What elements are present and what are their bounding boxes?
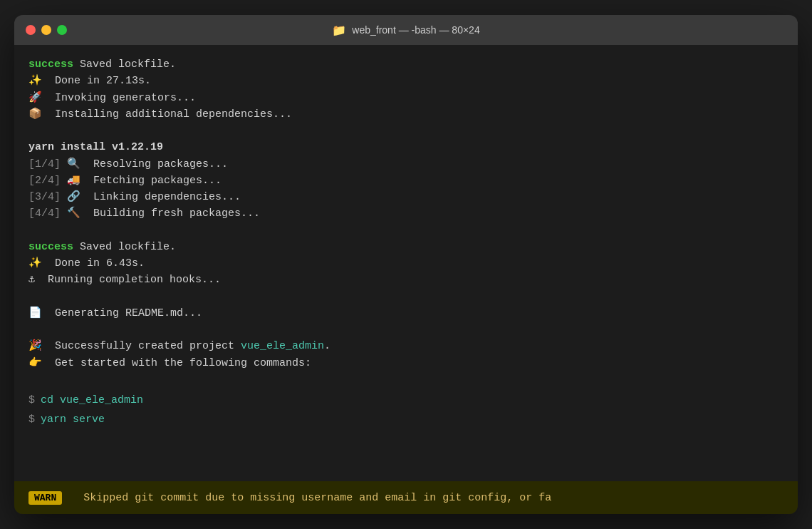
party-icon: 🎉 (28, 338, 42, 354)
sparkle-icon-2: ✨ (28, 255, 42, 272)
warn-bar: WARN Skipped git commit due to missing u… (14, 481, 798, 514)
warn-text: Skipped git commit due to missing userna… (71, 492, 551, 504)
commands-section: $ cd vue_ele_admin $ yarn serve (28, 391, 784, 430)
line-text: Done in 6.43s. (42, 255, 145, 272)
step-num-1: [1/4] (28, 156, 61, 173)
step-text-2: Fetching packages... (80, 173, 222, 189)
cmd-text-2: yarn serve (41, 411, 105, 428)
step-text-1: Resolving packages... (80, 156, 228, 173)
line-text: Installing additional dependencies... (42, 106, 292, 123)
title-label: web_front — -bash — 80×24 (352, 24, 479, 36)
blank-line-4 (28, 322, 784, 338)
warn-badge: WARN (28, 491, 62, 505)
line-done2: ✨ Done in 6.43s. (28, 255, 784, 272)
line-install1: 📦 Installing additional dependencies... (28, 106, 784, 123)
success-label-2: success (28, 239, 73, 255)
maximize-button[interactable] (57, 25, 67, 35)
page-icon: 📄 (28, 305, 42, 322)
title-bar: 📁 web_front — -bash — 80×24 (14, 15, 798, 45)
blank-line-5 (28, 371, 784, 388)
minimize-button[interactable] (41, 25, 51, 35)
anchor-icon: ⚓ (28, 272, 35, 288)
line-invoke: 🚀 Invoking generators... (28, 90, 784, 106)
folder-icon: 📁 (332, 24, 346, 37)
line-done1: ✨ Done in 27.13s. (28, 73, 784, 89)
traffic-lights (26, 25, 67, 35)
step-text-4: Building fresh packages... (80, 205, 260, 222)
line-getstarted: 👉 Get started with the following command… (28, 355, 784, 371)
dollar-sign-1: $ (28, 392, 35, 409)
line-text: Saved lockfile. (73, 56, 176, 73)
step-icon-3: 🔗 (61, 189, 80, 205)
cmd-line-1: $ cd vue_ele_admin (28, 391, 784, 410)
project-name: vue_ele_admin (241, 338, 324, 354)
yarn-command: yarn install v1.22.19 (28, 139, 163, 155)
step-num-2: [2/4] (28, 173, 61, 189)
step-text-3: Linking dependencies... (80, 189, 241, 205)
dollar-sign-2: $ (28, 411, 35, 428)
line-step3: [3/4] 🔗 Linking dependencies... (28, 189, 784, 205)
terminal-body[interactable]: success Saved lockfile. ✨ Done in 27.13s… (14, 45, 798, 481)
line-text: Invoking generators... (42, 90, 196, 106)
rocket-icon: 🚀 (28, 90, 42, 106)
step-num-3: [3/4] (28, 189, 61, 205)
blank-line-1 (28, 123, 784, 139)
blank-line-3 (28, 289, 784, 305)
blank-line-2 (28, 222, 784, 239)
line-step4: [4/4] 🔨 Building fresh packages... (28, 205, 784, 222)
line-generating: 📄 Generating README.md... (28, 305, 784, 322)
step-icon-4: 🔨 (61, 205, 80, 222)
step-num-4: [4/4] (28, 205, 61, 222)
step-icon-2: 🚚 (61, 173, 80, 189)
line-text-2: Saved lockfile. (73, 239, 176, 255)
line-step1: [1/4] 🔍 Resolving packages... (28, 156, 784, 173)
line-text: Get started with the following commands: (42, 355, 311, 371)
close-button[interactable] (26, 25, 36, 35)
line-running: ⚓ Running completion hooks... (28, 272, 784, 288)
step-icon-1: 🔍 (61, 156, 80, 173)
cmd-line-2: $ yarn serve (28, 410, 784, 429)
line-success1: success Saved lockfile. (28, 56, 784, 73)
window-title: 📁 web_front — -bash — 80×24 (332, 24, 479, 37)
pointing-icon: 👉 (28, 355, 42, 371)
line-success2: success Saved lockfile. (28, 239, 784, 255)
line-text: Running completion hooks... (35, 272, 221, 288)
line-text: Done in 27.13s. (42, 73, 151, 89)
sparkle-icon: ✨ (28, 73, 42, 89)
line-text: Generating README.md... (42, 305, 202, 322)
success-label: success (28, 56, 73, 73)
cmd-text-1: cd vue_ele_admin (41, 392, 143, 409)
terminal-window: 📁 web_front — -bash — 80×24 success Save… (14, 15, 798, 514)
line-step2: [2/4] 🚚 Fetching packages... (28, 173, 784, 189)
line-yarn-cmd: yarn install v1.22.19 (28, 139, 784, 155)
line-text-dot: . (324, 338, 330, 354)
package-icon: 📦 (28, 106, 42, 123)
line-created: 🎉 Successfully created project vue_ele_a… (28, 338, 784, 354)
line-text-created: Successfully created project (42, 338, 241, 354)
